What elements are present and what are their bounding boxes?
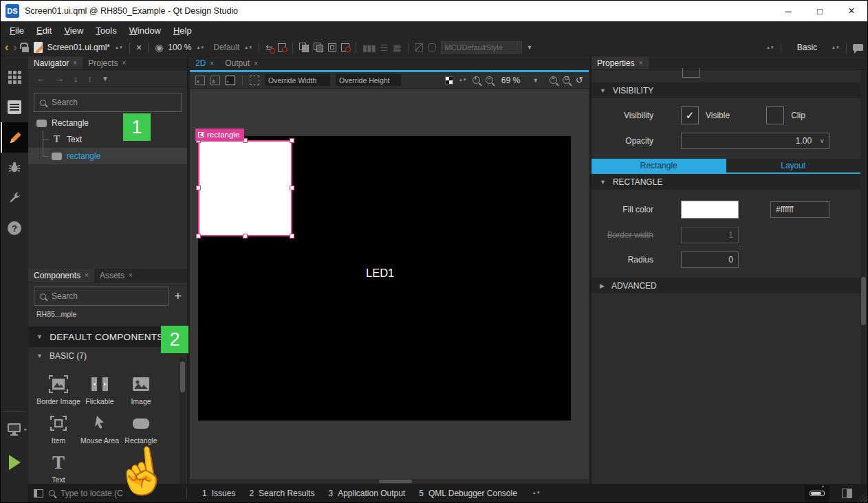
chevron-down-icon[interactable]: ˅	[820, 137, 824, 145]
selected-rectangle[interactable]	[198, 140, 292, 236]
selection-label[interactable]: rectangle	[195, 128, 244, 141]
menu-help[interactable]: Help	[167, 23, 198, 38]
move-up-icon[interactable]: ↑	[88, 74, 93, 84]
help-mode-button[interactable]: ?	[1, 213, 28, 243]
close-tab-icon[interactable]: ×	[210, 60, 214, 67]
tree-item-text[interactable]: T Text	[28, 131, 187, 148]
component-flickable[interactable]: Flickable	[79, 375, 120, 405]
zoom-fit-icon[interactable]: ⊡	[563, 76, 570, 84]
theme-value[interactable]: Basic	[797, 43, 817, 52]
tab-2d[interactable]: 2D×	[190, 56, 219, 70]
toggle-right-sidebar-icon[interactable]	[842, 489, 852, 498]
list-view-icon[interactable]: ☰	[380, 43, 389, 52]
tree-item-rectangle-child[interactable]: rectangle	[28, 148, 187, 164]
close-tab-icon[interactable]: ×	[122, 59, 127, 67]
tab-assets[interactable]: Assets×	[94, 269, 138, 282]
visible-checkbox[interactable]: ✓	[681, 107, 699, 124]
welcome-mode-button[interactable]	[1, 62, 28, 92]
move-down-icon[interactable]: ↓	[74, 74, 78, 84]
menu-edit[interactable]: Edit	[30, 23, 58, 38]
tab-navigator[interactable]: Navigator×	[28, 56, 83, 69]
rounded-corner-icon[interactable]	[428, 43, 436, 52]
background-color-icon[interactable]	[445, 76, 453, 85]
add-module-button[interactable]: +	[174, 289, 182, 304]
tree-item-rectangle-root[interactable]: Rectangle	[28, 115, 187, 131]
components-search-input[interactable]: Search	[34, 287, 169, 306]
output-pane-qml-debugger[interactable]: 5QML Debugger Console	[419, 489, 517, 498]
close-button[interactable]: ×	[836, 1, 867, 21]
grid-view-icon[interactable]: ▦	[393, 43, 401, 52]
toggle-left-sidebar-icon[interactable]	[34, 489, 43, 498]
form-style-spinner-icon[interactable]: ▲▼	[244, 46, 252, 49]
section-visibility[interactable]: ▼ VISIBILITY	[592, 82, 860, 98]
update-component-icon[interactable]	[341, 43, 349, 52]
resize-grip[interactable]	[856, 491, 867, 502]
design-mode-button[interactable]	[1, 122, 28, 153]
no-edit-icon[interactable]	[415, 43, 423, 52]
resize-handle-ml[interactable]	[196, 186, 201, 190]
style-spinner-icon[interactable]: ▲▼	[766, 46, 774, 49]
component-item[interactable]: Item	[38, 414, 79, 445]
close-tab-icon[interactable]: ×	[73, 59, 77, 67]
resize-handle-mr[interactable]	[290, 186, 294, 190]
reset-view-icon[interactable]: ↺	[576, 75, 583, 85]
fill-color-hex-input[interactable]: #ffffff	[770, 201, 829, 218]
output-pane-application-output[interactable]: 3Application Output	[328, 489, 405, 498]
preview-zoom-spinner-icon[interactable]: ▲▼	[196, 46, 204, 49]
edit-mode-button[interactable]	[1, 92, 28, 122]
menu-window[interactable]: Window	[123, 23, 167, 38]
zoom-out-icon[interactable]: −	[486, 76, 493, 84]
menu-tools[interactable]: Tools	[89, 23, 122, 38]
artboard-text-led1[interactable]: LED1	[366, 267, 394, 280]
fill-color-swatch[interactable]	[681, 201, 739, 219]
form-style-value[interactable]: Default	[213, 43, 239, 52]
output-pane-issues[interactable]: 1Issues	[202, 489, 235, 498]
background-spinner-icon[interactable]: ▲▼	[459, 78, 467, 82]
close-tab-icon[interactable]: ×	[639, 59, 643, 67]
section-advanced[interactable]: ▶ ADVANCED	[592, 278, 860, 293]
menu-file[interactable]: File	[3, 23, 30, 38]
binary-view-icon[interactable]: ▮▮▮	[362, 43, 375, 52]
snap-anchors-icon[interactable]: A	[210, 76, 220, 85]
navigator-search-input[interactable]: Search	[34, 93, 182, 112]
component-rectangle[interactable]: Rectangle	[120, 414, 162, 445]
resize-handle-tr[interactable]	[290, 138, 294, 143]
tab-components[interactable]: Components×	[28, 269, 94, 282]
component-text[interactable]: T Text	[38, 453, 79, 484]
unlock-icon[interactable]	[22, 47, 29, 52]
open-document-name[interactable]: Screen01.ui.qml*	[47, 43, 110, 52]
minimize-button[interactable]: ─	[772, 1, 804, 21]
output-pane-spinner-icon[interactable]: ▲▼	[532, 491, 541, 495]
create-component-icon[interactable]	[299, 43, 309, 52]
mcu-style-dropdown-arrow-icon[interactable]: ▼	[527, 44, 533, 51]
resize-handle-bm[interactable]	[243, 234, 248, 238]
components-scrollbar[interactable]	[180, 358, 186, 484]
edit-component-icon[interactable]	[328, 43, 336, 52]
build-progress-button[interactable]	[805, 485, 829, 501]
canvas-zoom-value[interactable]: 69 %	[501, 76, 520, 85]
canvas-viewport[interactable]: LED1 rectangle	[190, 89, 589, 479]
resize-handle-bl[interactable]	[196, 234, 201, 238]
opacity-input[interactable]: 1.00 ˅	[681, 133, 829, 149]
clipped-checkbox[interactable]	[682, 68, 700, 78]
snap-parent-icon[interactable]: ▪	[226, 76, 235, 85]
radius-input[interactable]: 0	[681, 252, 739, 268]
subtab-layout[interactable]: Layout	[726, 159, 861, 172]
tab-properties[interactable]: Properties×	[592, 56, 649, 69]
edit-document-icon[interactable]	[34, 42, 43, 53]
no-snapping-icon[interactable]: x	[195, 76, 205, 85]
close-tab-icon[interactable]: ×	[85, 271, 89, 279]
resize-handle-br[interactable]	[290, 234, 294, 238]
kit-selector-button[interactable]: ▸	[1, 414, 28, 445]
export-arrows-icon[interactable]: ⇆	[265, 43, 273, 52]
component-image[interactable]: Image	[120, 375, 162, 405]
run-button[interactable]	[1, 447, 28, 478]
close-tab-icon[interactable]: ×	[129, 271, 133, 279]
move-left-icon[interactable]: ←	[36, 74, 45, 84]
feedback-icon[interactable]	[853, 44, 863, 51]
canvas-horizontal-scrollbar[interactable]	[190, 479, 589, 484]
border-width-input[interactable]: 1	[681, 227, 739, 243]
component-mouse-area[interactable]: Mouse Area	[79, 414, 120, 445]
mcu-style-dropdown[interactable]: MCUDefaultStyle	[441, 41, 522, 54]
back-icon[interactable]: ‹	[5, 42, 8, 53]
